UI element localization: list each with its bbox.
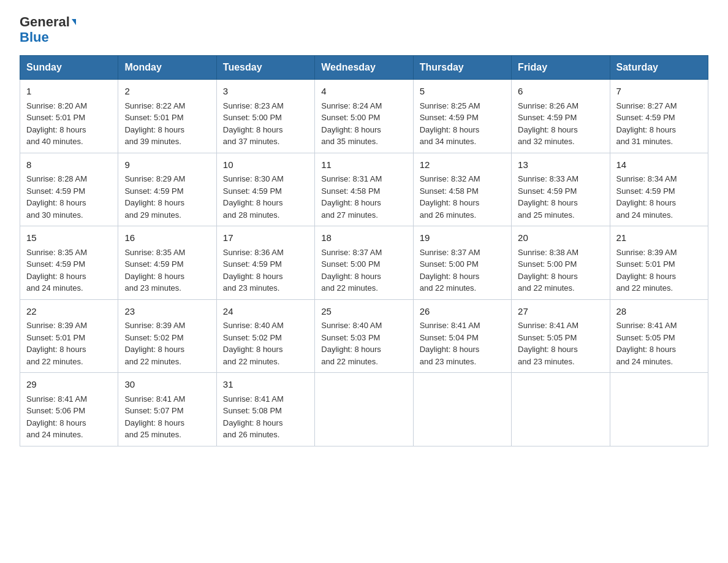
- sunrise-label: Sunrise: 8:25 AM: [420, 101, 480, 110]
- sunrise-label: Sunrise: 8:26 AM: [518, 101, 578, 110]
- sunrise-label: Sunrise: 8:39 AM: [616, 248, 677, 257]
- calendar-cell: 27Sunrise: 8:41 AMSunset: 5:05 PMDayligh…: [512, 299, 610, 373]
- sunset-label: Sunset: 4:59 PM: [223, 259, 282, 269]
- daylight-minutes: and 31 minutes.: [616, 137, 673, 146]
- day-number: 28: [616, 305, 702, 319]
- week-row-5: 29Sunrise: 8:41 AMSunset: 5:06 PMDayligh…: [20, 373, 708, 446]
- calendar-cell: 28Sunrise: 8:41 AMSunset: 5:05 PMDayligh…: [610, 299, 708, 373]
- daylight-label: Daylight: 8 hours: [124, 345, 184, 354]
- daylight-label: Daylight: 8 hours: [321, 345, 381, 354]
- daylight-label: Daylight: 8 hours: [518, 198, 578, 207]
- sunset-label: Sunset: 4:59 PM: [420, 113, 479, 122]
- sunset-label: Sunset: 5:00 PM: [321, 113, 380, 122]
- calendar-cell: 8Sunrise: 8:28 AMSunset: 4:59 PMDaylight…: [20, 153, 118, 226]
- sunrise-label: Sunrise: 8:36 AM: [223, 248, 284, 257]
- daylight-minutes: and 29 minutes.: [124, 210, 181, 220]
- daylight-label: Daylight: 8 hours: [26, 125, 86, 134]
- daylight-label: Daylight: 8 hours: [518, 125, 578, 134]
- sunset-label: Sunset: 4:59 PM: [616, 186, 675, 196]
- day-number: 3: [223, 85, 308, 99]
- calendar-cell: [610, 373, 708, 446]
- daylight-minutes: and 22 minutes.: [321, 283, 378, 293]
- calendar-cell: 20Sunrise: 8:38 AMSunset: 5:00 PMDayligh…: [512, 226, 610, 300]
- sunrise-label: Sunrise: 8:41 AM: [26, 394, 87, 404]
- daylight-minutes: and 25 minutes.: [124, 430, 181, 439]
- calendar-cell: 1Sunrise: 8:20 AMSunset: 5:01 PMDaylight…: [20, 80, 118, 153]
- day-number: 5: [420, 85, 505, 99]
- sunset-label: Sunset: 5:01 PM: [124, 113, 183, 122]
- daylight-minutes: and 27 minutes.: [321, 210, 378, 220]
- sunrise-label: Sunrise: 8:41 AM: [616, 321, 677, 330]
- daylight-minutes: and 22 minutes.: [420, 283, 477, 293]
- calendar-cell: 26Sunrise: 8:41 AMSunset: 5:04 PMDayligh…: [413, 299, 511, 373]
- sunset-label: Sunset: 4:59 PM: [26, 259, 85, 269]
- daylight-minutes: and 22 minutes.: [518, 283, 575, 293]
- day-number: 16: [124, 231, 210, 245]
- daylight-minutes: and 22 minutes.: [616, 283, 673, 293]
- sunrise-label: Sunrise: 8:37 AM: [420, 248, 480, 257]
- calendar-cell: 25Sunrise: 8:40 AMSunset: 5:03 PMDayligh…: [315, 299, 413, 373]
- day-number: 23: [124, 305, 210, 319]
- daylight-minutes: and 24 minutes.: [26, 283, 83, 293]
- day-number: 21: [616, 231, 702, 245]
- daylight-minutes: and 25 minutes.: [518, 210, 575, 220]
- day-number: 6: [518, 85, 603, 99]
- daylight-minutes: and 37 minutes.: [223, 137, 280, 146]
- daylight-label: Daylight: 8 hours: [321, 125, 381, 134]
- sunrise-label: Sunrise: 8:37 AM: [321, 248, 382, 257]
- daylight-label: Daylight: 8 hours: [223, 272, 283, 281]
- day-number: 8: [26, 158, 112, 172]
- logo-blue: Blue: [20, 29, 49, 45]
- daylight-minutes: and 28 minutes.: [223, 210, 280, 220]
- calendar-cell: 29Sunrise: 8:41 AMSunset: 5:06 PMDayligh…: [20, 373, 118, 446]
- daylight-label: Daylight: 8 hours: [223, 125, 283, 134]
- sunset-label: Sunset: 5:00 PM: [518, 259, 577, 269]
- daylight-label: Daylight: 8 hours: [321, 198, 381, 207]
- day-number: 2: [124, 85, 210, 99]
- calendar-cell: 9Sunrise: 8:29 AMSunset: 4:59 PMDaylight…: [118, 153, 216, 226]
- sunset-label: Sunset: 4:58 PM: [420, 186, 479, 196]
- calendar-cell: [512, 373, 610, 446]
- calendar-cell: [315, 373, 413, 446]
- daylight-label: Daylight: 8 hours: [223, 418, 283, 427]
- day-number: 18: [321, 231, 406, 245]
- day-header-saturday: Saturday: [610, 56, 708, 80]
- sunrise-label: Sunrise: 8:34 AM: [616, 174, 677, 183]
- daylight-label: Daylight: 8 hours: [124, 198, 184, 207]
- calendar-cell: 22Sunrise: 8:39 AMSunset: 5:01 PMDayligh…: [20, 299, 118, 373]
- sunset-label: Sunset: 5:00 PM: [223, 113, 282, 122]
- daylight-label: Daylight: 8 hours: [26, 198, 86, 207]
- sunset-label: Sunset: 5:04 PM: [420, 333, 479, 342]
- sunset-label: Sunset: 5:00 PM: [420, 259, 479, 269]
- daylight-label: Daylight: 8 hours: [518, 272, 578, 281]
- sunrise-label: Sunrise: 8:40 AM: [223, 321, 284, 330]
- sunrise-label: Sunrise: 8:35 AM: [26, 248, 87, 257]
- daylight-minutes: and 26 minutes.: [223, 430, 280, 439]
- calendar-cell: 12Sunrise: 8:32 AMSunset: 4:58 PMDayligh…: [413, 153, 511, 226]
- daylight-minutes: and 23 minutes.: [223, 283, 280, 293]
- sunrise-label: Sunrise: 8:29 AM: [124, 174, 185, 183]
- calendar-cell: 15Sunrise: 8:35 AMSunset: 4:59 PMDayligh…: [20, 226, 118, 300]
- day-number: 25: [321, 305, 406, 319]
- day-header-wednesday: Wednesday: [315, 56, 413, 80]
- sunrise-label: Sunrise: 8:40 AM: [321, 321, 382, 330]
- sunrise-label: Sunrise: 8:32 AM: [420, 174, 480, 183]
- day-number: 1: [26, 85, 112, 99]
- sunset-label: Sunset: 5:01 PM: [26, 113, 85, 122]
- daylight-minutes: and 34 minutes.: [420, 137, 477, 146]
- day-header-monday: Monday: [118, 56, 216, 80]
- daylight-label: Daylight: 8 hours: [124, 272, 184, 281]
- calendar-cell: 19Sunrise: 8:37 AMSunset: 5:00 PMDayligh…: [413, 226, 511, 300]
- calendar-cell: 2Sunrise: 8:22 AMSunset: 5:01 PMDaylight…: [118, 80, 216, 153]
- daylight-minutes: and 23 minutes.: [124, 283, 181, 293]
- daylight-minutes: and 32 minutes.: [518, 137, 575, 146]
- day-number: 20: [518, 231, 603, 245]
- sunset-label: Sunset: 5:05 PM: [616, 333, 675, 342]
- day-header-thursday: Thursday: [413, 56, 511, 80]
- day-number: 26: [420, 305, 505, 319]
- day-number: 15: [26, 231, 112, 245]
- day-number: 17: [223, 231, 308, 245]
- day-number: 4: [321, 85, 406, 99]
- calendar-cell: 10Sunrise: 8:30 AMSunset: 4:59 PMDayligh…: [216, 153, 314, 226]
- sunrise-label: Sunrise: 8:24 AM: [321, 101, 382, 110]
